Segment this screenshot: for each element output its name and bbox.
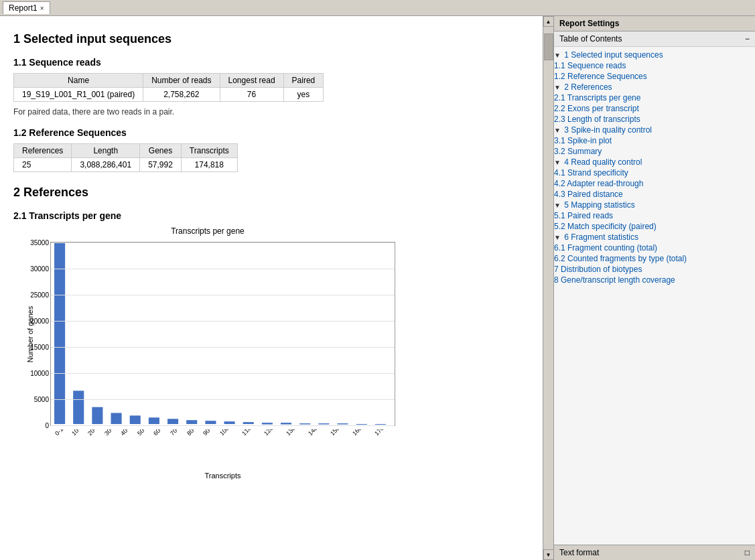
collapse-triangle-1[interactable] [554, 52, 561, 59]
content-panel[interactable]: 1 Selected input sequences 1.1 Sequence … [0, 16, 543, 560]
toc-item-2[interactable]: 2 References [554, 82, 755, 92]
toc-item-5-1[interactable]: 5.1 Paired reads [554, 210, 755, 221]
svg-rect-14 [318, 423, 329, 424]
toc-link-5-1[interactable]: 5.1 Paired reads [554, 211, 613, 220]
report-settings-label: Report Settings [559, 19, 619, 28]
toc-item-4-2[interactable]: 4.2 Adapter read-through [554, 178, 755, 189]
toc-link-4-3[interactable]: 4.3 Paired distance [554, 190, 623, 199]
collapse-triangle-5[interactable] [554, 202, 561, 209]
svg-rect-2 [92, 407, 102, 424]
y-tick-35000: 35000 [30, 239, 51, 247]
toc-link-8[interactable]: 8 Gene/transcript length coverage [554, 275, 675, 285]
toc-link-1-2[interactable]: 1.2 Reference Sequences [554, 72, 647, 81]
y-tick-10000: 10000 [30, 369, 51, 376]
toc-item-3-1[interactable]: 3.1 Spike-in plot [554, 135, 755, 146]
toc-item-3-2[interactable]: 3.2 Summary [554, 146, 755, 157]
collapse-triangle-2[interactable] [554, 84, 561, 91]
svg-rect-1 [73, 391, 84, 424]
svg-rect-16 [356, 424, 367, 425]
sequence-reads-table: Name Number of reads Longest read Paired… [13, 73, 324, 102]
x-tick: 50-51 [136, 429, 152, 437]
x-tick: 100-101 [218, 429, 238, 437]
toc-link-5-2[interactable]: 5.2 Match specificity (paired) [554, 222, 657, 231]
toc-item-5[interactable]: 5 Mapping statistics [554, 200, 755, 210]
svg-rect-5 [149, 417, 159, 424]
grid-line [51, 295, 395, 295]
svg-rect-13 [299, 423, 310, 424]
main-area: 1 Selected input sequences 1.1 Sequence … [0, 16, 755, 560]
toc-item-2-2[interactable]: 2.2 Exons per transcript [554, 103, 755, 114]
toc-item-6-2[interactable]: 6.2 Counted fragments by type (total) [554, 253, 755, 264]
toc-item-7[interactable]: 7 Distribution of biotypes [554, 264, 755, 275]
tab-label: Report1 [9, 3, 38, 13]
toc-item-4-1[interactable]: 4.1 Strand specificity [554, 167, 755, 178]
report-tab[interactable]: Report1 × [3, 1, 50, 14]
section1-1-heading: 1.1 Sequence reads [13, 57, 529, 68]
toc-link-2[interactable]: 2 References [564, 82, 612, 92]
toc-link-6-2[interactable]: 6.2 Counted fragments by type (total) [554, 254, 687, 263]
vertical-scrollbar[interactable]: ▲ ▼ [543, 16, 554, 560]
cell-length: 3,088,286,401 [72, 158, 140, 172]
scroll-down-button[interactable]: ▼ [543, 549, 554, 560]
toc-link-4-2[interactable]: 4.2 Adapter read-through [554, 179, 643, 188]
x-tick: 120-121 [263, 429, 283, 437]
toc-link-1-1[interactable]: 1.1 Sequence reads [554, 61, 626, 70]
svg-rect-0 [54, 242, 65, 424]
toc-link-6-1[interactable]: 6.1 Fragment counting (total) [554, 243, 657, 253]
toc-link-5[interactable]: 5 Mapping statistics [564, 200, 634, 210]
toc-item-1[interactable]: 1 Selected input sequences [554, 50, 755, 60]
section1-heading: 1 Selected input sequences [13, 32, 529, 46]
col-header-reads: Number of reads [143, 74, 220, 88]
toc-minimize-button[interactable]: − [745, 34, 750, 44]
cell-ref-count: 25 [14, 158, 72, 172]
toc-link-7[interactable]: 7 Distribution of biotypes [554, 265, 642, 274]
toc-link-4[interactable]: 4 Read quality control [564, 157, 642, 167]
tab-close-button[interactable]: × [40, 5, 44, 12]
toc-link-2-3[interactable]: 2.3 Length of transcripts [554, 115, 640, 124]
toc-item-4-3[interactable]: 4.3 Paired distance [554, 189, 755, 200]
collapse-triangle-4[interactable] [554, 159, 561, 166]
toc-link-4-1[interactable]: 4.1 Strand specificity [554, 168, 628, 178]
toc-item-2-3[interactable]: 2.3 Length of transcripts [554, 114, 755, 125]
grid-line [51, 399, 395, 400]
cell-longest: 76 [220, 88, 283, 102]
scroll-up-button[interactable]: ▲ [543, 16, 554, 27]
collapse-triangle-3[interactable] [554, 127, 561, 134]
toc-link-3-1[interactable]: 3.1 Spike-in plot [554, 136, 612, 145]
y-tick-5000: 5000 [34, 395, 51, 403]
toc-link-2-2[interactable]: 2.2 Exons per transcript [554, 104, 639, 113]
toc-link-3-2[interactable]: 3.2 Summary [554, 147, 602, 156]
x-tick: 10-11 [70, 429, 86, 437]
scroll-track[interactable] [544, 27, 553, 549]
scroll-thumb[interactable] [544, 33, 553, 60]
cell-transcripts: 174,818 [181, 158, 237, 172]
svg-rect-6 [167, 419, 178, 424]
x-tick: 40-41 [119, 429, 135, 437]
toc-item-1-2[interactable]: 1.2 Reference Sequences [554, 71, 755, 82]
toc-item-5-2[interactable]: 5.2 Match specificity (paired) [554, 221, 755, 232]
toc-item-2-1[interactable]: 2.1 Transcripts per gene [554, 92, 755, 103]
col-header-genes: Genes [140, 144, 182, 158]
app-window: Report1 × 1 Selected input sequences 1.1… [0, 0, 755, 560]
y-tick-25000: 25000 [30, 291, 51, 298]
x-tick: 70-71 [169, 429, 185, 437]
section1-2-heading: 1.2 Reference Sequences [13, 127, 529, 138]
svg-rect-7 [186, 420, 197, 424]
toc-item-4[interactable]: 4 Read quality control [554, 157, 755, 167]
cell-name: 19_S19_L001_R1_001 (paired) [14, 88, 143, 102]
y-tick-30000: 30000 [30, 265, 51, 272]
x-tick: 20-21 [86, 429, 102, 437]
toc-item-6[interactable]: 6 Fragment statistics [554, 232, 755, 242]
toc-link-6[interactable]: 6 Fragment statistics [564, 232, 638, 242]
toc-content[interactable]: 1 Selected input sequences 1.1 Sequence … [554, 47, 755, 545]
toc-link-2-1[interactable]: 2.1 Transcripts per gene [554, 93, 640, 102]
text-format-expand-button[interactable]: □ [745, 548, 750, 557]
toc-item-1-1[interactable]: 1.1 Sequence reads [554, 60, 755, 71]
toc-link-3[interactable]: 3 Spike-in quality control [564, 125, 652, 135]
collapse-triangle-6[interactable] [554, 234, 561, 241]
toc-item-3[interactable]: 3 Spike-in quality control [554, 125, 755, 135]
x-tick: 140-141 [307, 429, 327, 437]
toc-item-6-1[interactable]: 6.1 Fragment counting (total) [554, 242, 755, 253]
toc-item-8[interactable]: 8 Gene/transcript length coverage [554, 275, 755, 285]
toc-link-1[interactable]: 1 Selected input sequences [564, 50, 663, 60]
